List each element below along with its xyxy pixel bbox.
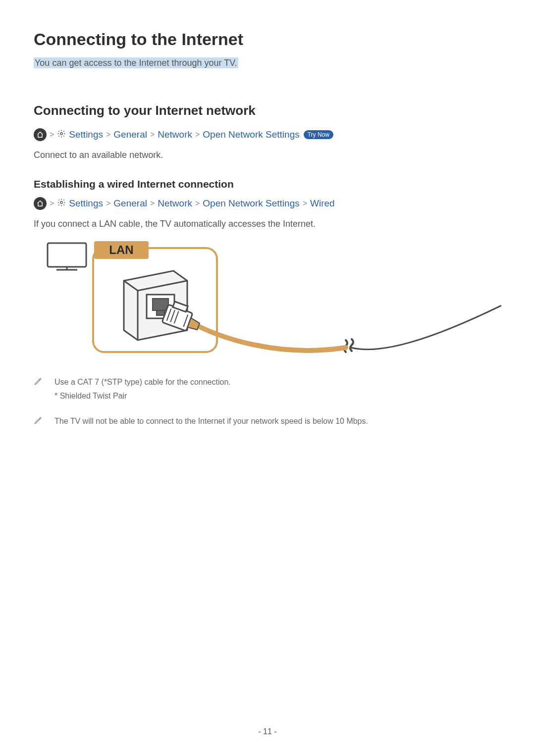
- lan-label-text: LAN: [109, 243, 133, 256]
- note-1-line-2: * Shielded Twist Pair: [54, 391, 231, 402]
- home-icon: [34, 128, 47, 141]
- chevron-icon: >: [150, 130, 155, 139]
- home-icon: [34, 197, 47, 210]
- section1-body: Connect to an available network.: [34, 150, 501, 160]
- path-general[interactable]: General: [113, 129, 147, 140]
- path-row-2: > Settings > General > Network > Open Ne…: [34, 197, 501, 210]
- path-settings[interactable]: Settings: [69, 198, 103, 209]
- lan-diagram: LAN: [34, 241, 501, 360]
- svg-point-0: [60, 132, 63, 135]
- try-now-badge[interactable]: Try Now: [304, 130, 333, 139]
- page-number: - 11 -: [0, 727, 535, 736]
- path-open-network-settings[interactable]: Open Network Settings: [203, 129, 299, 140]
- chevron-icon: >: [106, 199, 110, 208]
- path-network[interactable]: Network: [158, 129, 192, 140]
- path-open-network-settings[interactable]: Open Network Settings: [203, 198, 299, 209]
- chevron-icon: >: [106, 130, 110, 139]
- pencil-icon: [34, 416, 43, 430]
- chevron-icon: >: [195, 199, 200, 208]
- pencil-icon: [34, 377, 43, 405]
- chevron-icon: >: [195, 130, 200, 139]
- svg-rect-9: [157, 310, 164, 315]
- note-1-line-1: Use a CAT 7 (*STP type) cable for the co…: [54, 377, 231, 388]
- page-title: Connecting to the Internet: [34, 30, 501, 49]
- gear-icon: [57, 129, 66, 141]
- section2-body: If you connect a LAN cable, the TV autom…: [34, 219, 501, 229]
- chevron-icon: >: [50, 130, 54, 139]
- path-general[interactable]: General: [113, 198, 147, 209]
- path-settings[interactable]: Settings: [69, 129, 103, 140]
- path-row-1: > Settings > General > Network > Open Ne…: [34, 128, 501, 141]
- path-network[interactable]: Network: [158, 198, 192, 209]
- chevron-icon: >: [303, 199, 307, 208]
- gear-icon: [57, 198, 66, 209]
- tv-icon: [48, 243, 86, 270]
- path-wired[interactable]: Wired: [310, 198, 335, 209]
- chevron-icon: >: [50, 199, 54, 208]
- chevron-icon: >: [150, 199, 155, 208]
- svg-point-1: [60, 201, 63, 203]
- page-subtitle-text: You can get access to the Internet throu…: [34, 57, 238, 68]
- section-heading-connecting: Connecting to your Internet network: [34, 103, 501, 118]
- note-2: The TV will not be able to connect to th…: [34, 416, 501, 430]
- subsection-heading-wired: Establishing a wired Internet connection: [34, 178, 501, 190]
- note-1: Use a CAT 7 (*STP type) cable for the co…: [34, 377, 501, 405]
- svg-rect-4: [48, 243, 86, 267]
- svg-rect-8: [153, 299, 168, 310]
- page-subtitle: You can get access to the Internet throu…: [34, 58, 501, 68]
- note-2-text: The TV will not be able to connect to th…: [54, 416, 368, 427]
